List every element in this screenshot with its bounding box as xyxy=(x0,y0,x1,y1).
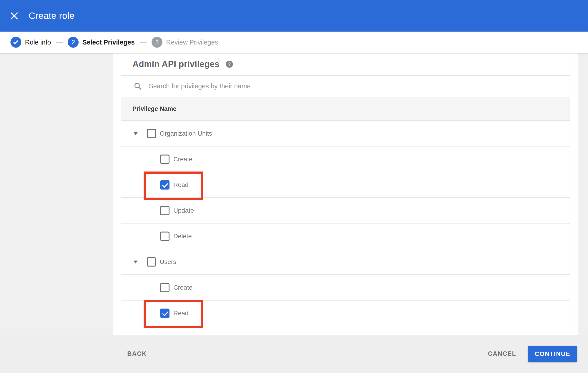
left-background xyxy=(0,53,113,335)
step-label: Review Privileges xyxy=(166,39,218,46)
step-review-privileges[interactable]: 3 Review Privileges xyxy=(152,37,218,48)
privilege-row-organization-units: Organization Units xyxy=(121,121,570,146)
privilege-row-users-read: Read xyxy=(121,300,570,326)
continue-button[interactable]: CONTINUE xyxy=(528,346,577,362)
create-role-dialog: Create role Role info 2 Select Privilege… xyxy=(0,0,588,373)
privilege-label: Read xyxy=(173,310,189,317)
users-checkbox[interactable] xyxy=(147,257,156,267)
privileges-panel: Admin API privileges ? Privilege Name Or… xyxy=(113,53,578,335)
partial-row xyxy=(121,326,570,335)
privilege-label: Create xyxy=(173,155,192,163)
privilege-label: Create xyxy=(173,284,192,291)
organization-units-checkbox[interactable] xyxy=(147,129,156,138)
close-icon[interactable] xyxy=(10,12,18,20)
search-icon xyxy=(134,82,142,90)
back-button[interactable]: BACK xyxy=(127,335,147,373)
check-icon xyxy=(13,39,18,44)
cancel-button[interactable]: CANCEL xyxy=(488,335,516,373)
right-background xyxy=(578,53,588,335)
step-role-info[interactable]: Role info xyxy=(10,37,51,48)
step-connector xyxy=(56,42,63,43)
privilege-label: Delete xyxy=(173,233,192,240)
step-number-badge: 3 xyxy=(152,37,162,48)
step-connector xyxy=(140,42,147,43)
privilege-label: Update xyxy=(173,207,194,214)
step-complete-icon xyxy=(10,37,21,48)
step-label: Select Privileges xyxy=(82,39,135,46)
section-title: Admin API privileges xyxy=(132,59,220,69)
section-header: Admin API privileges ? xyxy=(121,53,570,76)
help-icon[interactable]: ? xyxy=(226,61,233,68)
privilege-row-users: Users xyxy=(121,249,570,275)
privilege-row-delete: Delete xyxy=(121,224,570,249)
dialog-footer: BACK CANCEL CONTINUE xyxy=(0,335,588,373)
privilege-row-update: Update xyxy=(121,198,570,224)
read-checkbox[interactable] xyxy=(160,180,169,189)
privilege-label: Users xyxy=(160,258,176,266)
delete-checkbox[interactable] xyxy=(160,231,169,241)
create-checkbox[interactable] xyxy=(160,155,169,164)
read-checkbox[interactable] xyxy=(160,309,169,318)
step-label: Role info xyxy=(25,39,51,46)
privileges-table: Admin API privileges ? Privilege Name Or… xyxy=(121,53,570,335)
step-number-badge: 2 xyxy=(68,37,79,48)
wizard-stepper: Role info 2 Select Privileges 3 Review P… xyxy=(0,31,588,53)
column-header: Privilege Name xyxy=(121,97,570,121)
dialog-header: Create role xyxy=(0,0,588,31)
dialog-title: Create role xyxy=(29,11,74,21)
search-input[interactable] xyxy=(149,83,490,90)
caret-down-icon[interactable] xyxy=(134,132,138,135)
privilege-label: Organization Units xyxy=(160,130,212,137)
privilege-row-create: Create xyxy=(121,146,570,172)
privilege-label: Read xyxy=(173,181,189,188)
update-checkbox[interactable] xyxy=(160,206,169,215)
create-checkbox[interactable] xyxy=(160,283,169,292)
caret-down-icon[interactable] xyxy=(134,260,138,263)
privilege-search-row xyxy=(121,76,570,97)
privilege-row-users-create: Create xyxy=(121,275,570,300)
step-select-privileges[interactable]: 2 Select Privileges xyxy=(68,37,135,48)
privilege-row-read: Read xyxy=(121,172,570,198)
dialog-body: Admin API privileges ? Privilege Name Or… xyxy=(0,53,588,335)
